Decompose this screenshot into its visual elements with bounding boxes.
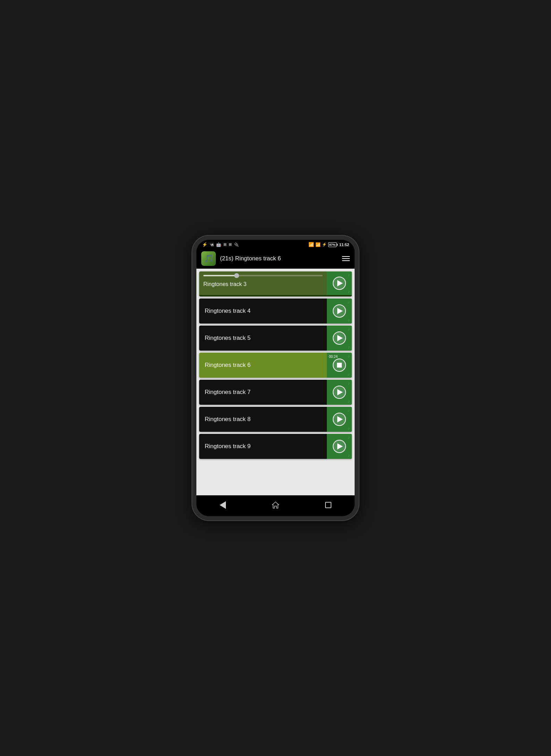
wifi-icon: 📶 bbox=[308, 242, 314, 247]
music-note-top-3: ♪ bbox=[348, 273, 350, 277]
track-7-label: Ringtones track 7 bbox=[205, 389, 251, 396]
music-note-top-9: ♪ bbox=[348, 435, 350, 439]
music-note-bottom-6: ♪ bbox=[348, 372, 350, 376]
android-icon: 🤖 bbox=[216, 242, 221, 247]
music-note-top-8: ♪ bbox=[348, 408, 350, 412]
status-bar: ⚡ 🖲 🤖 ⊞ ⊞ 🔌 📶 📶 ⚡ 87% 11:52 bbox=[196, 240, 355, 249]
recent-apps-button[interactable] bbox=[322, 499, 334, 511]
track-6-time: 00:24 bbox=[329, 355, 338, 359]
track-3-play-btn[interactable]: ♪ ♪ bbox=[327, 271, 352, 295]
play-triangle-4 bbox=[337, 308, 343, 314]
track-list: Ringtones track 3 ♪ ♪ Ringtones track 4 bbox=[196, 269, 355, 495]
grid1-icon: ⊞ bbox=[223, 242, 227, 247]
status-icons: ⚡ 🖲 🤖 ⊞ ⊞ 🔌 bbox=[202, 242, 239, 247]
music-note-bottom-4: ♪ bbox=[348, 318, 350, 322]
app-bar: 🎵 (21s) Ringtones track 6 bbox=[196, 249, 355, 269]
battery-indicator: 87% bbox=[328, 242, 337, 247]
music-note-top-6: ♪ bbox=[348, 354, 350, 358]
music-note-bottom-5: ♪ bbox=[348, 345, 350, 349]
app-title: (21s) Ringtones track 6 bbox=[220, 255, 338, 262]
music-note-top-5: ♪ bbox=[348, 327, 350, 331]
track-item-8: Ringtones track 8 ♪ ♪ bbox=[199, 407, 352, 432]
play-triangle-9 bbox=[337, 443, 343, 450]
plug-icon: 🔌 bbox=[234, 242, 239, 247]
battery-level: 87% bbox=[329, 243, 336, 246]
track-item-6: Ringtones track 6 ♪ 00:24 ♪ bbox=[199, 353, 352, 378]
play-button-9[interactable] bbox=[333, 440, 346, 453]
play-triangle-7 bbox=[337, 389, 343, 395]
music-note-bottom-8: ♪ bbox=[348, 426, 350, 430]
play-triangle-3 bbox=[337, 280, 343, 286]
status-right: 📶 📶 ⚡ 87% 11:52 bbox=[308, 242, 349, 247]
play-button-5[interactable] bbox=[333, 331, 346, 345]
stop-button-6[interactable] bbox=[333, 359, 346, 372]
play-triangle-5 bbox=[337, 335, 343, 341]
track-item-3: Ringtones track 3 ♪ ♪ bbox=[199, 271, 352, 296]
track-item-9: Ringtones track 9 ♪ ♪ bbox=[199, 434, 352, 459]
app-icon: 🎵 bbox=[201, 251, 216, 266]
music-note-top-7: ♪ bbox=[348, 381, 350, 385]
home-icon bbox=[272, 501, 279, 509]
back-button[interactable] bbox=[217, 499, 229, 511]
menu-button[interactable] bbox=[342, 256, 350, 261]
track-8-play-btn[interactable]: ♪ ♪ bbox=[327, 407, 352, 432]
play-button-8[interactable] bbox=[333, 413, 346, 426]
track-3-label: Ringtones track 3 bbox=[203, 281, 323, 287]
bolt-icon: ⚡ bbox=[322, 242, 327, 247]
sim-icon: 🖲 bbox=[210, 242, 214, 247]
track-item-4: Ringtones track 4 ♪ ♪ bbox=[199, 299, 352, 324]
track-item-7: Ringtones track 7 ♪ ♪ bbox=[199, 380, 352, 405]
play-button-4[interactable] bbox=[333, 304, 346, 318]
recent-apps-icon bbox=[325, 502, 331, 508]
back-icon bbox=[220, 501, 226, 509]
music-note-bottom-3: ♪ bbox=[348, 289, 350, 294]
phone-shell: ⚡ 🖲 🤖 ⊞ ⊞ 🔌 📶 📶 ⚡ 87% 11:52 🎵 bbox=[192, 236, 359, 520]
track-6-label: Ringtones track 6 bbox=[205, 362, 251, 369]
play-button-3[interactable] bbox=[333, 277, 346, 290]
music-note-bottom-7: ♪ bbox=[348, 399, 350, 403]
track-7-play-btn[interactable]: ♪ ♪ bbox=[327, 380, 352, 405]
play-button-7[interactable] bbox=[333, 386, 346, 399]
track-item-5: Ringtones track 5 ♪ ♪ bbox=[199, 326, 352, 351]
stop-icon-6 bbox=[337, 363, 342, 368]
play-triangle-8 bbox=[337, 416, 343, 422]
track-4-play-btn[interactable]: ♪ ♪ bbox=[327, 299, 352, 324]
music-note-bottom-9: ♪ bbox=[348, 453, 350, 457]
clock: 11:52 bbox=[339, 243, 349, 247]
home-button[interactable] bbox=[269, 499, 282, 511]
nav-bar bbox=[196, 495, 355, 516]
track-5-play-btn[interactable]: ♪ ♪ bbox=[327, 326, 352, 351]
track-8-label: Ringtones track 8 bbox=[205, 416, 251, 423]
phone-screen: ⚡ 🖲 🤖 ⊞ ⊞ 🔌 📶 📶 ⚡ 87% 11:52 🎵 bbox=[196, 240, 355, 516]
usb-icon: ⚡ bbox=[202, 242, 207, 247]
grid2-icon: ⊞ bbox=[229, 242, 232, 247]
track-6-stop-btn[interactable]: ♪ 00:24 ♪ bbox=[327, 353, 352, 378]
music-note-top-4: ♪ bbox=[348, 300, 350, 304]
track-5-label: Ringtones track 5 bbox=[205, 335, 251, 342]
signal-icon: 📶 bbox=[315, 242, 321, 247]
track-4-label: Ringtones track 4 bbox=[205, 308, 251, 314]
track-9-play-btn[interactable]: ♪ ♪ bbox=[327, 434, 352, 459]
track-9-label: Ringtones track 9 bbox=[205, 443, 251, 450]
